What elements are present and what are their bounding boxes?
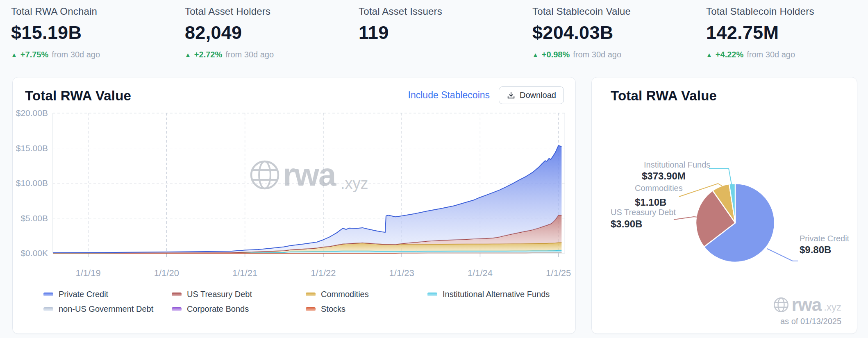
svg-text:1/1/25: 1/1/25 (546, 268, 571, 278)
pie-label-value: $1.10B (635, 197, 666, 208)
svg-text:$5.00B: $5.00B (20, 213, 48, 223)
stat-label: Total Stablecoin Holders (706, 6, 868, 17)
svg-text:.xyz: .xyz (341, 175, 368, 192)
legend-swatch (172, 293, 182, 296)
svg-text:1/1/21: 1/1/21 (232, 268, 257, 278)
chart-actions: Include Stablecoins Download (408, 86, 564, 104)
triangle-up-icon: ▲ (11, 51, 17, 58)
stat-change-suffix: from 30d ago (573, 50, 621, 59)
triangle-up-icon: ▲ (706, 51, 712, 58)
stat-block: Total RWA Onchain$15.19B▲+7.75%from 30d … (11, 6, 185, 59)
svg-text:$15.00B: $15.00B (16, 143, 48, 153)
legend-swatch (43, 293, 53, 296)
stacked-area-chart[interactable]: $0.00K$5.00B$10.00B$15.00B$20.00B1/1/191… (13, 106, 576, 282)
legend-swatch (172, 307, 182, 311)
stat-change-percent: +2.72% (194, 50, 222, 59)
legend-item[interactable]: Stocks (306, 304, 427, 314)
svg-text:1/1/19: 1/1/19 (75, 268, 100, 278)
stat-value: 142.75M (706, 22, 868, 43)
legend-item[interactable]: Institutional Alternative Funds (427, 290, 550, 299)
stat-change-suffix: from 30d ago (747, 50, 795, 59)
stats-row: Total RWA Onchain$15.19B▲+7.75%from 30d … (11, 0, 868, 59)
legend-item[interactable]: Commodities (306, 290, 427, 299)
download-icon (507, 91, 516, 100)
include-stablecoins-link[interactable]: Include Stablecoins (408, 90, 490, 101)
legend-swatch (43, 307, 53, 311)
pie-label-value: $373.90M (642, 170, 686, 181)
stat-change-suffix: from 30d ago (52, 50, 100, 59)
svg-text:1/1/23: 1/1/23 (389, 268, 414, 278)
stat-change-percent: +0.98% (542, 50, 570, 59)
watermark: rwa .xyz as of 01/13/2025 (773, 295, 842, 326)
stat-change: ▲+7.75%from 30d ago (11, 50, 177, 59)
stat-block: Total Asset Holders82,049▲+2.72%from 30d… (185, 6, 359, 59)
legend-label: Institutional Alternative Funds (443, 290, 550, 299)
svg-text:rwa: rwa (283, 157, 336, 193)
svg-text:1/1/20: 1/1/20 (154, 268, 179, 278)
stat-block: Total Asset Issuers119 (359, 6, 532, 59)
legend-swatch (306, 293, 316, 296)
svg-text:1/1/22: 1/1/22 (311, 268, 336, 278)
stat-change: ▲+4.22%from 30d ago (706, 50, 868, 59)
legend-swatch (427, 293, 437, 296)
legend-item[interactable]: non-US Government Debt (43, 304, 172, 314)
rwa-value-area-card: Total RWA Value Include Stablecoins Down… (12, 77, 576, 334)
pie-label-value: $3.90B (611, 218, 642, 229)
stat-change-percent: +4.22% (716, 50, 743, 59)
pie-label-name: Commodities (635, 184, 683, 193)
pie-label-name: US Treasury Debt (611, 208, 676, 217)
watermark-brand: rwa (792, 295, 822, 315)
stat-label: Total Stablecoin Value (532, 6, 698, 17)
legend-item[interactable]: US Treasury Debt (172, 290, 306, 299)
download-button[interactable]: Download (499, 86, 564, 104)
stat-block: Total Stablecoin Value$204.03B▲+0.98%fro… (532, 6, 706, 59)
globe-icon (773, 297, 789, 313)
stat-change-percent: +7.75% (20, 50, 48, 59)
area-chart-title: Total RWA Value (25, 88, 131, 104)
legend-item[interactable]: Corporate Bonds (172, 304, 306, 314)
legend-label: Corporate Bonds (187, 304, 249, 314)
stat-label: Total Asset Issuers (359, 6, 524, 17)
legend-label: Commodities (321, 290, 369, 299)
pie-label-value: $9.80B (800, 244, 831, 255)
svg-text:$0.00K: $0.00K (20, 248, 48, 258)
stat-value: $204.03B (532, 22, 698, 43)
pie-chart-title: Total RWA Value (611, 88, 717, 104)
legend-label: Stocks (321, 304, 345, 314)
stat-change: ▲+2.72%from 30d ago (185, 50, 350, 59)
stat-value: 119 (359, 22, 524, 43)
legend-label: non-US Government Debt (59, 304, 153, 314)
triangle-up-icon: ▲ (532, 51, 539, 58)
stat-label: Total RWA Onchain (11, 6, 177, 17)
stat-value: 82,049 (185, 22, 350, 43)
download-button-label: Download (520, 91, 556, 100)
watermark-tld: .xyz (824, 302, 841, 315)
stat-change: ▲+0.98%from 30d ago (532, 50, 698, 59)
pie-label-name: Private Credit (800, 234, 850, 243)
legend-label: US Treasury Debt (187, 290, 252, 299)
as-of-date: as of 01/13/2025 (773, 317, 842, 326)
legend-item[interactable]: Private Credit (43, 290, 172, 299)
stat-label: Total Asset Holders (185, 6, 350, 17)
triangle-up-icon: ▲ (185, 51, 191, 58)
svg-text:1/1/24: 1/1/24 (468, 268, 493, 278)
legend-label: Private Credit (59, 290, 108, 299)
stat-block: Total Stablecoin Holders142.75M▲+4.22%fr… (706, 6, 868, 59)
chart-legend: Private CreditUS Treasury DebtCommoditie… (43, 290, 550, 314)
svg-text:$20.00B: $20.00B (16, 108, 48, 118)
stat-change-suffix: from 30d ago (225, 50, 274, 59)
rwa-value-pie-card: Private Credit$9.80BUS Treasury Debt$3.9… (591, 77, 857, 334)
legend-swatch (306, 307, 316, 311)
svg-text:$10.00B: $10.00B (16, 178, 48, 188)
stat-value: $15.19B (11, 22, 177, 43)
pie-label-name: Institutional Funds (644, 160, 710, 169)
